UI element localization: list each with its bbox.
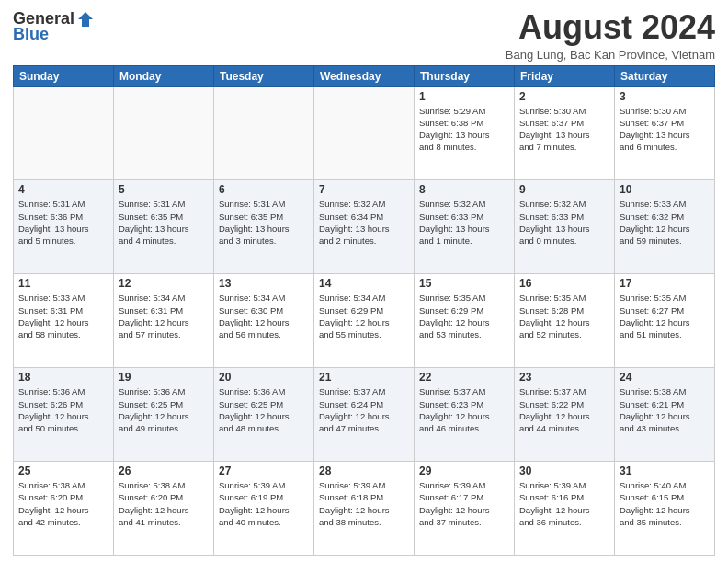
day-number: 16 [519, 277, 609, 290]
day-number: 19 [119, 371, 209, 384]
day-header-thursday: Thursday [415, 65, 515, 86]
day-cell: 2Sunrise: 5:30 AM Sunset: 6:37 PM Daylig… [515, 86, 615, 180]
day-number: 14 [319, 277, 409, 290]
day-info: Sunrise: 5:35 AM Sunset: 6:27 PM Dayligh… [620, 292, 710, 340]
day-number: 26 [119, 465, 209, 477]
day-cell: 5Sunrise: 5:31 AM Sunset: 6:35 PM Daylig… [114, 180, 214, 274]
day-info: Sunrise: 5:34 AM Sunset: 6:30 PM Dayligh… [219, 292, 309, 340]
day-cell: 19Sunrise: 5:36 AM Sunset: 6:25 PM Dayli… [114, 368, 214, 462]
day-info: Sunrise: 5:34 AM Sunset: 6:29 PM Dayligh… [319, 292, 409, 340]
day-number: 10 [620, 183, 710, 196]
day-cell: 15Sunrise: 5:35 AM Sunset: 6:29 PM Dayli… [415, 274, 515, 368]
logo-blue-text: Blue [13, 25, 49, 44]
day-cell: 31Sunrise: 5:40 AM Sunset: 6:15 PM Dayli… [615, 462, 715, 556]
day-number: 27 [219, 465, 309, 477]
week-row-5: 25Sunrise: 5:38 AM Sunset: 6:20 PM Dayli… [14, 462, 715, 556]
location: Bang Lung, Bac Kan Province, Vietnam [506, 48, 715, 62]
svg-marker-0 [78, 12, 93, 27]
day-cell: 13Sunrise: 5:34 AM Sunset: 6:30 PM Dayli… [214, 274, 314, 368]
day-header-sunday: Sunday [14, 65, 114, 86]
title-area: August 2024 Bang Lung, Bac Kan Province,… [506, 9, 715, 62]
day-cell: 17Sunrise: 5:35 AM Sunset: 6:27 PM Dayli… [615, 274, 715, 368]
week-row-4: 18Sunrise: 5:36 AM Sunset: 6:26 PM Dayli… [14, 368, 715, 462]
day-number: 1 [419, 90, 509, 103]
day-number: 29 [419, 465, 509, 477]
day-header-friday: Friday [515, 65, 615, 86]
day-info: Sunrise: 5:32 AM Sunset: 6:34 PM Dayligh… [319, 198, 409, 247]
day-cell: 24Sunrise: 5:38 AM Sunset: 6:21 PM Dayli… [615, 368, 715, 462]
day-info: Sunrise: 5:30 AM Sunset: 6:37 PM Dayligh… [519, 105, 609, 154]
day-number: 11 [18, 277, 108, 290]
day-info: Sunrise: 5:35 AM Sunset: 6:28 PM Dayligh… [519, 292, 609, 340]
day-info: Sunrise: 5:33 AM Sunset: 6:32 PM Dayligh… [620, 198, 710, 247]
day-number: 31 [620, 465, 710, 477]
day-number: 23 [519, 371, 609, 384]
day-cell: 26Sunrise: 5:38 AM Sunset: 6:20 PM Dayli… [114, 462, 214, 556]
day-header-monday: Monday [114, 65, 214, 86]
page: General Blue August 2024 Bang Lung, Bac … [0, 0, 728, 563]
day-info: Sunrise: 5:38 AM Sunset: 6:21 PM Dayligh… [620, 385, 710, 434]
day-cell: 29Sunrise: 5:39 AM Sunset: 6:17 PM Dayli… [415, 462, 515, 556]
day-cell: 14Sunrise: 5:34 AM Sunset: 6:29 PM Dayli… [314, 274, 415, 368]
day-info: Sunrise: 5:32 AM Sunset: 6:33 PM Dayligh… [519, 198, 609, 247]
day-info: Sunrise: 5:39 AM Sunset: 6:16 PM Dayligh… [519, 479, 609, 528]
day-info: Sunrise: 5:33 AM Sunset: 6:31 PM Dayligh… [18, 292, 108, 340]
week-row-1: 1Sunrise: 5:29 AM Sunset: 6:38 PM Daylig… [14, 86, 715, 180]
day-number: 12 [119, 277, 209, 290]
day-cell [114, 86, 214, 180]
day-info: Sunrise: 5:31 AM Sunset: 6:35 PM Dayligh… [119, 198, 209, 247]
day-info: Sunrise: 5:35 AM Sunset: 6:29 PM Dayligh… [419, 292, 509, 340]
day-number: 4 [18, 183, 108, 196]
day-cell: 22Sunrise: 5:37 AM Sunset: 6:23 PM Dayli… [415, 368, 515, 462]
day-header-wednesday: Wednesday [314, 65, 415, 86]
logo-icon [76, 10, 95, 29]
day-info: Sunrise: 5:38 AM Sunset: 6:20 PM Dayligh… [119, 479, 209, 528]
day-cell: 27Sunrise: 5:39 AM Sunset: 6:19 PM Dayli… [214, 462, 314, 556]
week-row-2: 4Sunrise: 5:31 AM Sunset: 6:36 PM Daylig… [14, 180, 715, 274]
day-cell [314, 86, 415, 180]
day-number: 28 [319, 465, 409, 477]
day-number: 6 [219, 183, 309, 196]
day-number: 18 [18, 371, 108, 384]
header: General Blue August 2024 Bang Lung, Bac … [13, 9, 715, 62]
day-cell [214, 86, 314, 180]
day-number: 24 [620, 371, 710, 384]
day-cell: 8Sunrise: 5:32 AM Sunset: 6:33 PM Daylig… [415, 180, 515, 274]
day-info: Sunrise: 5:38 AM Sunset: 6:20 PM Dayligh… [18, 479, 108, 528]
day-cell: 25Sunrise: 5:38 AM Sunset: 6:20 PM Dayli… [14, 462, 114, 556]
day-cell: 30Sunrise: 5:39 AM Sunset: 6:16 PM Dayli… [515, 462, 615, 556]
day-info: Sunrise: 5:36 AM Sunset: 6:25 PM Dayligh… [219, 385, 309, 434]
day-info: Sunrise: 5:32 AM Sunset: 6:33 PM Dayligh… [419, 198, 509, 247]
day-number: 7 [319, 183, 409, 196]
day-cell: 7Sunrise: 5:32 AM Sunset: 6:34 PM Daylig… [314, 180, 415, 274]
day-number: 5 [119, 183, 209, 196]
day-cell: 12Sunrise: 5:34 AM Sunset: 6:31 PM Dayli… [114, 274, 214, 368]
day-cell: 9Sunrise: 5:32 AM Sunset: 6:33 PM Daylig… [515, 180, 615, 274]
day-number: 9 [519, 183, 609, 196]
day-header-saturday: Saturday [615, 65, 715, 86]
day-info: Sunrise: 5:31 AM Sunset: 6:36 PM Dayligh… [18, 198, 108, 247]
day-info: Sunrise: 5:34 AM Sunset: 6:31 PM Dayligh… [119, 292, 209, 340]
day-cell: 28Sunrise: 5:39 AM Sunset: 6:18 PM Dayli… [314, 462, 415, 556]
day-cell: 11Sunrise: 5:33 AM Sunset: 6:31 PM Dayli… [14, 274, 114, 368]
day-number: 21 [319, 371, 409, 384]
day-number: 3 [620, 90, 710, 103]
logo-area: General Blue [13, 9, 95, 44]
day-number: 30 [519, 465, 609, 477]
day-cell: 20Sunrise: 5:36 AM Sunset: 6:25 PM Dayli… [214, 368, 314, 462]
day-cell: 6Sunrise: 5:31 AM Sunset: 6:35 PM Daylig… [214, 180, 314, 274]
day-info: Sunrise: 5:31 AM Sunset: 6:35 PM Dayligh… [219, 198, 309, 247]
day-info: Sunrise: 5:37 AM Sunset: 6:23 PM Dayligh… [419, 385, 509, 434]
day-header-tuesday: Tuesday [214, 65, 314, 86]
day-cell: 4Sunrise: 5:31 AM Sunset: 6:36 PM Daylig… [14, 180, 114, 274]
day-number: 8 [419, 183, 509, 196]
header-row: SundayMondayTuesdayWednesdayThursdayFrid… [14, 65, 715, 86]
day-number: 17 [620, 277, 710, 290]
day-cell: 21Sunrise: 5:37 AM Sunset: 6:24 PM Dayli… [314, 368, 415, 462]
day-info: Sunrise: 5:36 AM Sunset: 6:26 PM Dayligh… [18, 385, 108, 434]
day-info: Sunrise: 5:37 AM Sunset: 6:24 PM Dayligh… [319, 385, 409, 434]
day-cell [14, 86, 114, 180]
day-cell: 3Sunrise: 5:30 AM Sunset: 6:37 PM Daylig… [615, 86, 715, 180]
day-info: Sunrise: 5:39 AM Sunset: 6:18 PM Dayligh… [319, 479, 409, 528]
day-info: Sunrise: 5:37 AM Sunset: 6:22 PM Dayligh… [519, 385, 609, 434]
